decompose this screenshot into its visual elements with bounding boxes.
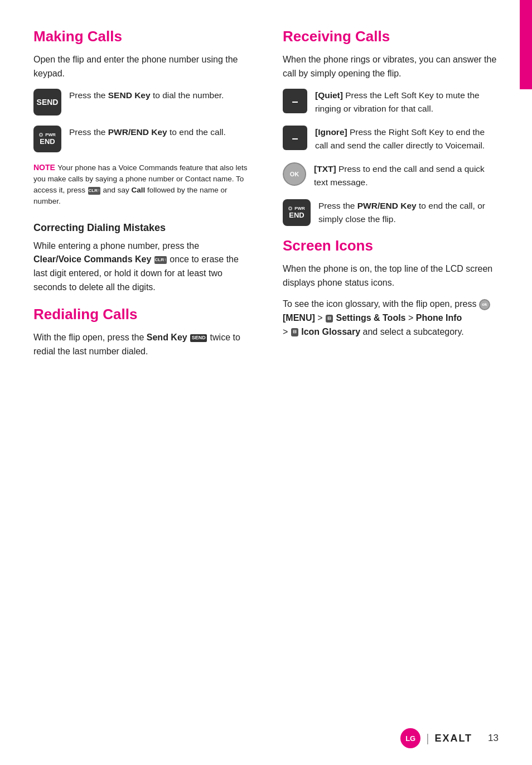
send-key-label: SEND	[37, 98, 59, 107]
making-calls-title: Making Calls	[33, 28, 249, 45]
send-key-text-bold: SEND Key	[108, 90, 151, 100]
pwr-end-icon-right: PWR END	[283, 199, 311, 226]
send-inline-icon: SEND	[190, 334, 207, 342]
receiving-calls-title: Receiving Calls	[283, 28, 499, 45]
ignore-row: – [Ignore] Press the Right Soft Key to e…	[283, 126, 499, 152]
note-block: NOTE Your phone has a Voice Commands fea…	[33, 162, 249, 208]
page-container: Making Calls Open the flip and enter the…	[0, 0, 532, 765]
correcting-title: Correcting Dialing Mistakes	[33, 222, 249, 234]
send-key-text2: to dial the number.	[151, 90, 224, 100]
pwr-label: PWR	[39, 132, 56, 137]
lg-logo: LG	[400, 728, 420, 748]
redialing-bold: Send Key	[147, 333, 187, 342]
send-key-text1: Press the	[69, 90, 108, 100]
end-label: END	[40, 137, 55, 146]
footer-brand: EXALT	[434, 733, 472, 744]
settings-label: Settings & Tools	[336, 313, 405, 323]
txt-description: [TXT] Press to end the call and send a q…	[314, 162, 499, 189]
send-key-row: SEND Press the SEND Key to dial the numb…	[33, 89, 249, 116]
pwr-text2: to end the call.	[167, 127, 226, 137]
left-column: Making Calls Open the flip and enter the…	[33, 28, 255, 366]
pwr-end-icon-left: PWR END	[33, 126, 61, 152]
send-key-description: Press the SEND Key to dial the number.	[69, 89, 224, 102]
ignore-icon: –	[283, 126, 307, 150]
pwr-label-right: PWR	[288, 206, 305, 211]
pwr-end-description-left: Press the PWR/END Key to end the call.	[69, 126, 226, 139]
footer-pipe: |	[426, 732, 429, 745]
ignore-description: [Ignore] Press the Right Soft Key to end…	[315, 126, 499, 152]
note-text: Your phone has a Voice Commands feature …	[33, 163, 248, 206]
send-key-icon: SEND	[33, 89, 61, 116]
txt-text: Press to end the call and send a quick t…	[314, 164, 485, 187]
screen-icons-title: Screen Icons	[283, 237, 499, 254]
pwr-end-key-row-left: PWR END Press the PWR/END Key to end the…	[33, 126, 249, 152]
clr-key-icon: CLR↑	[154, 256, 167, 264]
ok-icon: OK	[283, 162, 306, 186]
icon-glossary-label: Icon Glossary	[301, 327, 360, 336]
phone-info-label: Phone Info	[416, 313, 462, 323]
pwr-end-row-right: PWR END Press the PWR/END Key to end the…	[283, 199, 499, 226]
quiet-bold: [Quiet]	[315, 90, 343, 100]
side-tab	[520, 0, 532, 89]
correcting-body: While entering a phone number, press the…	[33, 239, 249, 295]
making-calls-intro: Open the flip and enter the phone number…	[33, 53, 249, 81]
two-col-layout: Making Calls Open the flip and enter the…	[33, 28, 499, 366]
note-call-bold: Call	[132, 186, 146, 194]
redialing-title: Redialing Calls	[33, 306, 249, 323]
screen-icons-body: To see the icon glossary, with the flip …	[283, 297, 499, 339]
txt-row: OK [TXT] Press to end the call and send …	[283, 162, 499, 189]
note-label: NOTE	[33, 163, 55, 172]
receiving-calls-intro: When the phone rings or vibrates, you ca…	[283, 53, 499, 81]
redialing-body: With the flip open, press the Send Key S…	[33, 331, 249, 359]
clr-icon: CLR↑	[88, 187, 100, 195]
right-column: Receiving Calls When the phone rings or …	[277, 28, 499, 366]
glossary-icon: ⊟	[291, 328, 298, 336]
footer-logo: LG | EXALT	[400, 728, 472, 748]
pwr-end-description-right: Press the PWR/END Key to end the call, o…	[318, 199, 499, 226]
ignore-bold: [Ignore]	[315, 127, 347, 137]
quiet-icon: –	[283, 89, 307, 113]
txt-bold: [TXT]	[314, 164, 336, 174]
pwr-text1: Press the	[69, 127, 108, 137]
footer: LG | EXALT 13	[400, 728, 499, 748]
screen-icons-intro: When the phone is on, the top line of th…	[283, 262, 499, 290]
menu-ok-icon: ok	[479, 299, 490, 310]
quiet-description: [Quiet] Press the Left Soft Key to mute …	[315, 89, 499, 116]
end-label-right: END	[289, 211, 304, 219]
pwr-text-bold: PWR/END Key	[108, 127, 167, 137]
menu-label: [MENU]	[283, 313, 315, 323]
correcting-bold: Clear/Voice Commands Key	[33, 254, 151, 264]
quiet-row: – [Quiet] Press the Left Soft Key to mut…	[283, 89, 499, 116]
settings-icon: ⊟	[326, 315, 333, 323]
page-number: 13	[488, 733, 499, 744]
